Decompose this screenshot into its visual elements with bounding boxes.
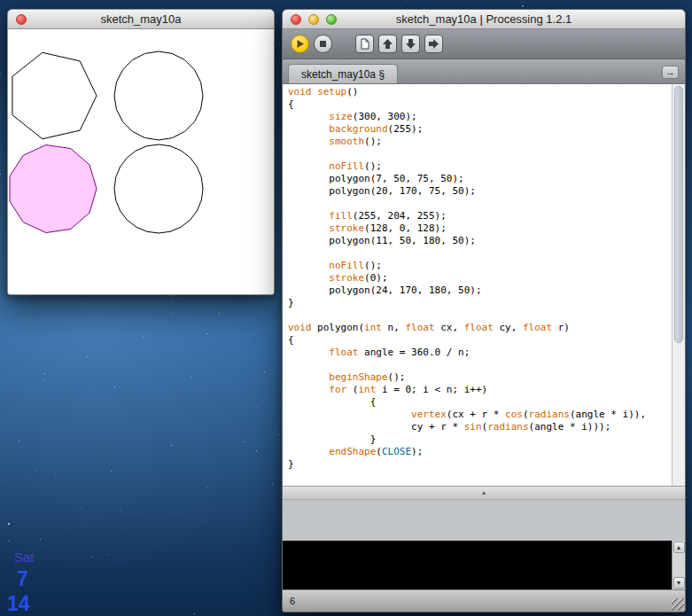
play-icon	[295, 39, 305, 49]
code-line: size(300, 300);	[288, 111, 672, 123]
code-line: smooth();	[288, 136, 672, 148]
window-resize-grip[interactable]	[672, 598, 684, 611]
minimize-button[interactable]	[308, 14, 319, 25]
code-line: stroke(0);	[288, 272, 672, 285]
close-button[interactable]	[16, 14, 27, 25]
code-line: {	[288, 396, 672, 409]
line-number: 6	[290, 596, 295, 606]
code-line: stroke(128, 0, 128);	[288, 222, 672, 235]
code-line: {	[288, 334, 672, 347]
code-line: noFill();	[288, 160, 672, 173]
sketch-polygon-20-sides	[114, 51, 203, 140]
code-line: cy + r * sin(radians(angle * i)));	[288, 421, 672, 433]
code-line	[288, 309, 672, 322]
code-line: fill(255, 204, 255);	[288, 210, 672, 222]
calendar-day-number: 7	[17, 567, 28, 591]
message-area	[283, 500, 685, 541]
code-line: background(255);	[288, 123, 672, 136]
open-up-arrow-icon	[382, 38, 393, 50]
tab-label: sketch_may10a §	[301, 68, 385, 81]
code-line: polygon(20, 170, 75, 50);	[288, 185, 672, 198]
code-line: float angle = 360.0 / n;	[288, 347, 672, 359]
run-button[interactable]	[291, 35, 309, 53]
code-line	[288, 247, 672, 260]
console-output: ▲ ▼	[283, 541, 685, 589]
scroll-down-arrow[interactable]: ▼	[673, 577, 685, 589]
stop-icon	[318, 39, 328, 49]
code-line	[288, 198, 672, 210]
ide-toolbar	[283, 29, 685, 59]
code-line: }	[288, 458, 672, 471]
ide-window-controls	[291, 14, 337, 25]
sketch-canvas-svg	[8, 29, 274, 295]
calendar-weekday: Sat	[14, 550, 35, 565]
code-content: void setup(){ size(300, 300); background…	[283, 84, 672, 486]
sketch-window-controls	[16, 14, 27, 25]
code-line: beginShape();	[288, 371, 672, 384]
sketch-polygon-7-sides	[12, 52, 97, 139]
code-line: noFill();	[288, 260, 672, 272]
code-line: polygon(7, 50, 75, 50);	[288, 173, 672, 185]
sketch-polygon-11-sides	[10, 145, 97, 233]
sketch-polygon-24-sides	[114, 144, 203, 233]
sketch-output-window: sketch_may10a	[7, 9, 275, 295]
code-line: void setup()	[288, 86, 672, 98]
sketch-window-title: sketch_may10a	[100, 12, 181, 26]
code-line: polygon(24, 170, 180, 50);	[288, 285, 672, 297]
code-line: vertex(cx + r * cos(radians(angle * i)),	[288, 409, 672, 421]
new-sketch-button[interactable]	[355, 35, 374, 53]
close-button[interactable]	[291, 14, 301, 25]
code-editor[interactable]: void setup(){ size(300, 300); background…	[283, 84, 685, 486]
calendar-week-number: 14	[7, 592, 30, 616]
scroll-up-arrow[interactable]: ▲	[673, 542, 685, 553]
ide-window-title: sketch_may10a | Processing 1.2.1	[396, 12, 572, 26]
code-line: {	[288, 98, 672, 111]
save-down-arrow-icon	[405, 38, 416, 50]
code-line: for (int i = 0; i < n; i++)	[288, 384, 672, 396]
export-right-arrow-icon	[428, 38, 439, 50]
console-scrollbar[interactable]: ▲ ▼	[672, 541, 685, 589]
processing-ide-window: sketch_may10a | Processing 1.2.1	[282, 9, 686, 612]
splitter-collapse-handle[interactable]: ▴	[482, 489, 486, 496]
code-line	[288, 148, 672, 160]
export-button[interactable]	[424, 35, 443, 53]
code-line: }	[288, 297, 672, 309]
editor-scrollbar-thumb[interactable]	[674, 86, 683, 343]
code-line: endShape(CLOSE);	[288, 446, 672, 458]
tab-bar: sketch_may10a § →	[283, 59, 685, 84]
stop-button[interactable]	[314, 35, 332, 53]
right-arrow-icon: →	[665, 67, 675, 77]
new-file-icon	[359, 38, 370, 50]
screen: Sat 7 14 sketch_may10a sketch_may10a | P…	[0, 0, 692, 616]
code-line: polygon(11, 50, 180, 50);	[288, 235, 672, 247]
ide-titlebar[interactable]: sketch_may10a | Processing 1.2.1	[283, 10, 685, 29]
save-button[interactable]	[401, 35, 420, 53]
code-line	[288, 359, 672, 371]
code-line: void polygon(int n, float cx, float cy, …	[288, 322, 672, 334]
editor-scrollbar[interactable]	[672, 84, 685, 486]
sketch-canvas	[8, 29, 274, 295]
code-line: }	[288, 433, 672, 446]
status-bar: 6	[283, 589, 685, 612]
editor-console-splitter[interactable]: ▴	[283, 486, 685, 500]
tab-sketch[interactable]: sketch_may10a §	[288, 64, 398, 83]
open-button[interactable]	[378, 35, 397, 53]
tab-menu-button[interactable]: →	[662, 66, 679, 79]
zoom-button[interactable]	[326, 14, 337, 25]
sketch-window-titlebar[interactable]: sketch_may10a	[8, 10, 274, 29]
